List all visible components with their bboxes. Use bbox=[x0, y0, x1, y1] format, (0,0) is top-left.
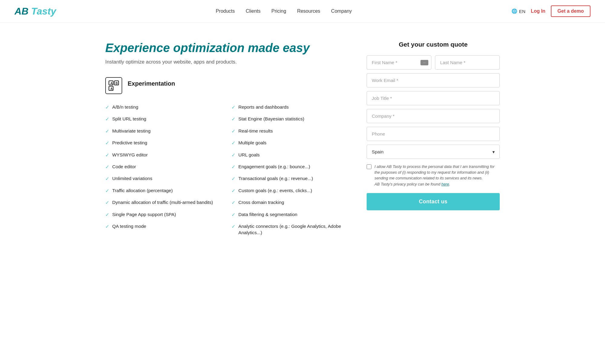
main-content: Experience optimization made easy Instan… bbox=[91, 23, 514, 250]
demo-button[interactable]: Get a demo bbox=[551, 5, 590, 17]
feature-label: Multiple goals bbox=[238, 139, 267, 146]
globe-icon: 🌐 bbox=[512, 8, 517, 14]
list-item: ✓ Transactional goals (e.g.: revenue...) bbox=[231, 173, 348, 185]
feature-label: Transactional goals (e.g.: revenue...) bbox=[238, 175, 313, 182]
consent-text-block: I allow AB Tasty to process the personal… bbox=[374, 164, 500, 187]
submit-button[interactable]: Contact us bbox=[367, 193, 500, 210]
list-item: ✓ Data filtering & segmentation bbox=[231, 209, 348, 221]
nav-item-products[interactable]: Products bbox=[216, 8, 235, 14]
privacy-suffix: . bbox=[449, 182, 450, 186]
logo[interactable]: AB Tasty bbox=[15, 6, 56, 17]
privacy-prefix: AB Tasty's privacy policy can be found bbox=[374, 182, 441, 186]
feature-label: QA testing mode bbox=[112, 223, 146, 229]
check-icon: ✓ bbox=[231, 152, 235, 159]
left-section: Experience optimization made easy Instan… bbox=[105, 41, 348, 238]
work-email-input[interactable] bbox=[367, 73, 500, 87]
autofill-icon: ··· bbox=[420, 60, 428, 65]
login-button[interactable]: Log In bbox=[531, 8, 545, 14]
feature-label: Stat Engine (Bayesian statistics) bbox=[238, 116, 304, 122]
last-name-wrapper bbox=[435, 55, 500, 70]
check-icon: ✓ bbox=[105, 152, 109, 159]
check-icon: ✓ bbox=[105, 164, 109, 170]
feature-label: Unlimited variations bbox=[112, 175, 152, 182]
check-icon: ✓ bbox=[231, 223, 235, 230]
language-button[interactable]: 🌐 EN bbox=[512, 8, 525, 14]
phone-wrapper bbox=[367, 127, 500, 141]
feature-label: Analytic connectors (e.g.: Google Analyt… bbox=[238, 223, 348, 236]
list-item: ✓ Engagement goals (e.g.: bounce...) bbox=[231, 161, 348, 173]
check-icon: ✓ bbox=[105, 104, 109, 111]
feature-label: A/B/n testing bbox=[112, 104, 138, 110]
check-icon: ✓ bbox=[105, 175, 109, 182]
feature-label: Split URL testing bbox=[112, 116, 146, 122]
feature-label: Traffic allocation (percentage) bbox=[112, 187, 173, 194]
svg-text:A: A bbox=[110, 87, 113, 90]
feature-label: Reports and dashboards bbox=[238, 104, 289, 110]
list-item: ✓ Cross domain tracking bbox=[231, 197, 348, 208]
check-icon: ✓ bbox=[231, 175, 235, 182]
experimentation-icon: A B A bbox=[105, 77, 122, 94]
logo-tasty: Tasty bbox=[31, 6, 56, 17]
feature-label: Data filtering & segmentation bbox=[238, 211, 297, 218]
check-icon: ✓ bbox=[231, 140, 235, 146]
nav-item-resources[interactable]: Resources bbox=[297, 8, 320, 14]
svg-text:B: B bbox=[116, 82, 118, 85]
check-icon: ✓ bbox=[105, 140, 109, 146]
check-icon: ✓ bbox=[105, 212, 109, 218]
check-icon: ✓ bbox=[231, 212, 235, 218]
check-icon: ✓ bbox=[231, 116, 235, 123]
experimentation-title: Experimentation bbox=[128, 77, 175, 87]
check-icon: ✓ bbox=[105, 199, 109, 206]
job-title-wrapper bbox=[367, 91, 500, 105]
list-item: ✓ URL goals bbox=[231, 149, 348, 161]
list-item: ✓ Multivariate testing bbox=[105, 125, 222, 137]
nav-item-clients[interactable]: Clients bbox=[246, 8, 260, 14]
check-icon: ✓ bbox=[231, 128, 235, 135]
check-icon: ✓ bbox=[105, 188, 109, 194]
features-col-right: ✓ Reports and dashboards ✓ Stat Engine (… bbox=[231, 101, 348, 238]
form-title: Get your custom quote bbox=[367, 41, 500, 48]
logo-ab: AB bbox=[15, 6, 28, 17]
country-select[interactable]: Spain France Germany United Kingdom Unit… bbox=[367, 145, 500, 159]
company-input[interactable] bbox=[367, 109, 500, 123]
list-item: ✓ A/B/n testing bbox=[105, 101, 222, 113]
feature-label: Code editor bbox=[112, 163, 136, 170]
feature-label: URL goals bbox=[238, 152, 260, 158]
feature-label: Engagement goals (e.g.: bounce...) bbox=[238, 163, 310, 170]
privacy-link[interactable]: here bbox=[441, 182, 449, 186]
list-item: ✓ Split URL testing bbox=[105, 113, 222, 125]
lang-label: EN bbox=[519, 9, 525, 14]
check-icon: ✓ bbox=[105, 223, 109, 230]
check-icon: ✓ bbox=[105, 128, 109, 135]
feature-label: Multivariate testing bbox=[112, 128, 151, 134]
list-item: ✓ Unlimited variations bbox=[105, 173, 222, 185]
phone-input[interactable] bbox=[367, 127, 500, 141]
nav-item-pricing[interactable]: Pricing bbox=[271, 8, 286, 14]
check-icon: ✓ bbox=[231, 104, 235, 111]
svg-text:A: A bbox=[110, 82, 113, 85]
features-col-left: ✓ A/B/n testing ✓ Split URL testing ✓ Mu… bbox=[105, 101, 222, 238]
check-icon: ✓ bbox=[105, 116, 109, 123]
list-item: ✓ WYSIWYG editor bbox=[105, 149, 222, 161]
list-item: ✓ Reports and dashboards bbox=[231, 101, 348, 113]
header-right: 🌐 EN Log In Get a demo bbox=[512, 5, 590, 17]
consent-text: I allow AB Tasty to process the personal… bbox=[374, 164, 495, 180]
consent-area: I allow AB Tasty to process the personal… bbox=[367, 164, 500, 187]
check-icon: ✓ bbox=[231, 188, 235, 194]
form-card: Get your custom quote ··· bbox=[367, 41, 500, 210]
company-wrapper bbox=[367, 109, 500, 123]
consent-checkbox[interactable] bbox=[367, 164, 371, 169]
list-item: ✓ Custom goals (e.g.: events, clicks...) bbox=[231, 185, 348, 197]
check-icon: ✓ bbox=[231, 164, 235, 170]
last-name-input[interactable] bbox=[435, 55, 500, 70]
list-item: ✓ Single Page App support (SPA) bbox=[105, 209, 222, 221]
nav-item-company[interactable]: Company bbox=[331, 8, 352, 14]
header: AB Tasty Products Clients Pricing Resour… bbox=[0, 0, 605, 23]
work-email-wrapper bbox=[367, 73, 500, 87]
experimentation-section: A B A Experimentation bbox=[105, 77, 348, 94]
feature-label: Predictive testing bbox=[112, 139, 147, 146]
job-title-input[interactable] bbox=[367, 91, 500, 105]
list-item: ✓ Multiple goals bbox=[231, 137, 348, 149]
features-grid: ✓ A/B/n testing ✓ Split URL testing ✓ Mu… bbox=[105, 101, 348, 238]
main-nav: Products Clients Pricing Resources Compa… bbox=[216, 8, 352, 14]
